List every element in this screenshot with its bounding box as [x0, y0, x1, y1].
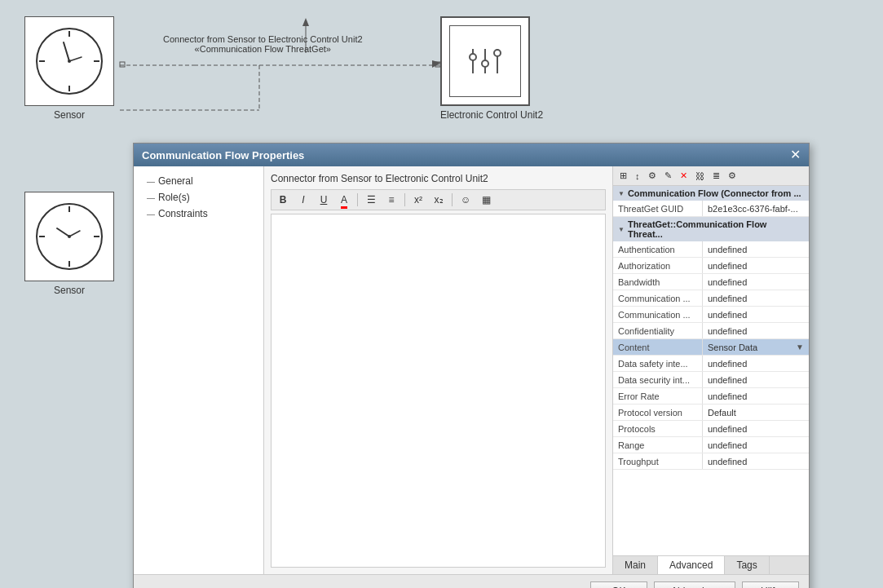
props-key-0: Authentication [613, 241, 703, 257]
toolbar-bullet-button[interactable]: ☰ [362, 192, 380, 207]
props-tabs: Main Advanced Tags [613, 555, 809, 574]
help-button[interactable]: Hilfe [742, 581, 799, 588]
props-val-9: undefined [703, 388, 809, 404]
editor-toolbar: B I U A ☰ ≡ x² x₂ ☺ ▦ [271, 189, 606, 210]
props-row-12[interactable]: Rangeundefined [613, 437, 809, 453]
props-row-11[interactable]: Protocolsundefined [613, 421, 809, 437]
nav-label-general: General [158, 175, 193, 187]
props-val-10: Default [703, 405, 809, 420]
cancel-button[interactable]: Abbrechen [654, 581, 735, 588]
props-val-12: undefined [703, 437, 809, 453]
props-group2-header: ▼ ThreatGet::Communication Flow Threat..… [613, 217, 809, 241]
props-row-8[interactable]: Data security int...undefined [613, 372, 809, 388]
sensor1-box [24, 16, 114, 106]
props-key-4: Communication ... [613, 307, 703, 322]
props-row-4[interactable]: Communication ...undefined [613, 307, 809, 323]
toolbar-sep3 [452, 193, 453, 206]
connector-label-container: Connector from Sensor to Electronic Cont… [163, 34, 363, 54]
toolbar-color-label: A [341, 194, 347, 209]
toolbar-italic-button[interactable]: I [294, 192, 312, 207]
toolbar-color-button[interactable]: A [335, 192, 353, 207]
props-key-1: Authorization [613, 258, 703, 273]
props-val-11: undefined [703, 421, 809, 436]
dialog-footer: OK Abbrechen Hilfe [134, 574, 809, 588]
dialog-close-button[interactable]: ✕ [790, 148, 801, 161]
nav-item-roles[interactable]: — Role(s) [134, 189, 263, 206]
props-row-9[interactable]: Error Rateundefined [613, 388, 809, 405]
connector-label: Connector from Sensor to Electronic Cont… [163, 34, 363, 44]
toolbar-subscript-button[interactable]: x₂ [430, 192, 448, 207]
toolbar-underline-button[interactable]: U [315, 192, 333, 207]
nav-arrow-general: — [147, 177, 155, 186]
props-val-4: undefined [703, 307, 809, 322]
props-val-1: undefined [703, 258, 809, 273]
props-toolbar-gear-button[interactable]: ⚙ [725, 169, 740, 183]
svg-point-28 [470, 54, 476, 60]
props-key-12: Range [613, 437, 703, 453]
props-row-guid[interactable]: ThreatGet GUID b2e1e3cc-6376-fabf-... [613, 201, 809, 217]
props-row-10[interactable]: Protocol versionDefault [613, 405, 809, 421]
props-val-2: undefined [703, 274, 809, 290]
props-toolbar-sort-button[interactable]: ↕ [632, 170, 643, 183]
props-key-13: Troughput [613, 453, 703, 469]
connector-stereo: «Communication Flow ThreatGet» [163, 44, 363, 54]
props-key-3: Communication ... [613, 290, 703, 306]
props-toolbar-filter-button[interactable]: ⚙ [645, 169, 660, 183]
sensor1-container: Sensor [24, 16, 114, 121]
sensor1-label: Sensor [24, 109, 114, 121]
nav-label-constraints: Constraints [158, 208, 208, 219]
props-toolbar-edit-button[interactable]: ✎ [661, 169, 675, 183]
props-group1-title: Communication Flow (Connector from ... [628, 188, 801, 198]
props-toolbar-list-button[interactable]: ≣ [709, 169, 723, 183]
nav-item-constraints[interactable]: — Constraints [134, 206, 263, 222]
props-row-6[interactable]: ContentSensor Data▼ [613, 339, 809, 356]
sensor2-clock-icon [33, 200, 106, 273]
dialog-titlebar: Communication Flow Properties ✕ [134, 144, 809, 166]
tab-advanced[interactable]: Advanced [658, 556, 725, 574]
props-val-6: Sensor Data▼ [703, 339, 809, 355]
toolbar-bold-button[interactable]: B [274, 192, 292, 207]
props-toolbar-grid-button[interactable]: ⊞ [616, 169, 630, 183]
toolbar-superscript-button[interactable]: x² [409, 192, 427, 207]
nav-arrow-constraints: — [147, 210, 155, 219]
ecu-container: Electronic Control Unit2 [440, 16, 543, 121]
props-row-0[interactable]: Authenticationundefined [613, 241, 809, 258]
ecu-inner [449, 25, 521, 97]
props-dropdown-arrow-6[interactable]: ▼ [796, 343, 804, 351]
props-val-7: undefined [703, 356, 809, 371]
nav-item-general[interactable]: — General [134, 173, 263, 189]
svg-point-30 [494, 50, 501, 56]
editor-content[interactable] [271, 214, 606, 568]
props-key-5: Confidentiality [613, 323, 703, 338]
props-row-2[interactable]: Bandwidthundefined [613, 274, 809, 290]
props-row-7[interactable]: Data safety inte...undefined [613, 356, 809, 372]
tab-tags[interactable]: Tags [725, 556, 769, 574]
toolbar-insert-button[interactable]: ▦ [477, 192, 495, 207]
props-row-5[interactable]: Confidentialityundefined [613, 323, 809, 339]
tab-main[interactable]: Main [613, 556, 658, 574]
props-row-1[interactable]: Authorizationundefined [613, 258, 809, 274]
props-key-10: Protocol version [613, 405, 703, 420]
toolbar-numbered-button[interactable]: ≡ [382, 192, 400, 207]
toolbar-emoji-button[interactable]: ☺ [457, 192, 475, 207]
props-toolbar-delete-button[interactable]: ✕ [677, 169, 691, 183]
ecu-label: Electronic Control Unit2 [440, 109, 543, 121]
nav-panel: — General — Role(s) — Constraints [134, 166, 264, 574]
props-key-8: Data security int... [613, 372, 703, 387]
dialog-body: — General — Role(s) — Constraints Connec… [134, 166, 809, 574]
svg-point-29 [482, 60, 488, 67]
dialog-title: Communication Flow Properties [142, 149, 304, 161]
props-toolbar: ⊞ ↕ ⚙ ✎ ✕ ⛓ ≣ ⚙ [613, 166, 809, 186]
props-toolbar-link-button[interactable]: ⛓ [692, 170, 708, 183]
props-key-2: Bandwidth [613, 274, 703, 290]
props-val-5: undefined [703, 323, 809, 338]
props-key-guid: ThreatGet GUID [613, 201, 703, 216]
props-val-3: undefined [703, 290, 809, 306]
sensor2-label: Sensor [24, 285, 114, 296]
props-row-13[interactable]: Troughputundefined [613, 453, 809, 470]
ecu-icon [457, 33, 514, 90]
ok-button[interactable]: OK [590, 581, 647, 588]
editor-title: Connector from Sensor to Electronic Cont… [271, 173, 606, 184]
props-row-3[interactable]: Communication ...undefined [613, 290, 809, 307]
props-val-13: undefined [703, 453, 809, 469]
